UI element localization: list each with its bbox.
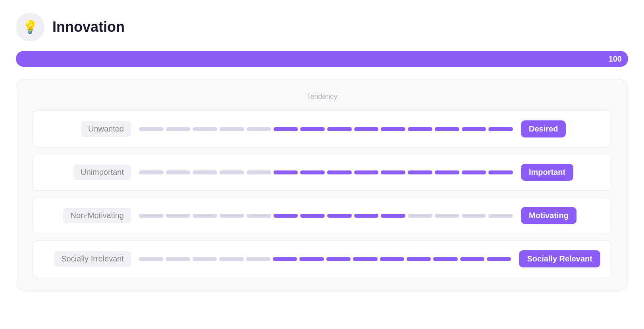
segment: [139, 257, 163, 261]
progress-bar-fill: 100: [16, 51, 628, 67]
tendency-card: Tendency UnwantedDesiredUnimportantImpor…: [16, 79, 628, 290]
segment: [407, 257, 431, 261]
segment: [219, 257, 243, 261]
segments: [131, 170, 521, 174]
segment: [166, 170, 191, 174]
right-label: Socially Relevant: [519, 250, 600, 267]
segment: [300, 214, 325, 218]
segment: [247, 170, 271, 174]
right-label: Important: [521, 164, 573, 181]
segment: [488, 170, 513, 174]
segment: [435, 214, 459, 218]
segment: [247, 214, 271, 218]
segment: [326, 257, 351, 261]
segments: [131, 214, 521, 218]
segment: [274, 170, 298, 174]
segment: [433, 257, 457, 261]
segment: [381, 127, 405, 131]
segment: [435, 170, 459, 174]
segment: [139, 214, 164, 218]
segment: [487, 257, 511, 261]
segment: [408, 214, 432, 218]
progress-bar-value: 100: [609, 54, 622, 64]
segment: [274, 127, 298, 131]
segments: [131, 127, 521, 131]
segment: [193, 257, 217, 261]
tendency-label: Tendency: [32, 93, 612, 101]
segment: [354, 214, 379, 218]
segment: [166, 214, 191, 218]
page-title: Innovation: [52, 19, 125, 35]
segment: [380, 257, 404, 261]
segment: [353, 257, 377, 261]
tendency-row: UnimportantImportant: [32, 154, 612, 191]
logo-icon: 💡: [16, 13, 44, 41]
segment: [488, 214, 513, 218]
segment: [327, 170, 352, 174]
segment: [300, 170, 325, 174]
segment: [139, 127, 164, 131]
segment: [381, 170, 405, 174]
left-label: Unwanted: [81, 121, 131, 137]
segment: [193, 214, 217, 218]
segment: [354, 170, 379, 174]
segment: [462, 214, 486, 218]
segment: [193, 170, 217, 174]
segment: [460, 257, 484, 261]
segment: [299, 257, 324, 261]
left-label: Non-Motivating: [63, 208, 131, 223]
segment: [300, 127, 325, 131]
segment: [488, 127, 513, 131]
segment: [220, 170, 244, 174]
progress-bar-container: 100: [16, 51, 628, 67]
segment: [220, 214, 244, 218]
segment: [274, 214, 298, 218]
segment: [193, 127, 217, 131]
segment: [462, 127, 486, 131]
segment: [139, 170, 164, 174]
segment: [408, 127, 432, 131]
segment: [381, 214, 405, 218]
segment: [354, 127, 379, 131]
segment: [246, 257, 270, 261]
segment: [166, 127, 191, 131]
right-label: Motivating: [521, 207, 577, 224]
left-label: Socially Irrelevant: [54, 251, 131, 267]
segment: [220, 127, 244, 131]
segment: [408, 170, 432, 174]
tendency-row: UnwantedDesired: [32, 110, 612, 147]
header: 💡 Innovation: [16, 13, 628, 41]
segment: [327, 127, 352, 131]
segment: [247, 127, 271, 131]
segment: [166, 257, 190, 261]
tendency-row: Non-MotivatingMotivating: [32, 197, 612, 234]
segments: [131, 257, 519, 261]
left-label: Unimportant: [73, 164, 131, 180]
segment: [435, 127, 459, 131]
segment: [462, 170, 486, 174]
segment: [327, 214, 352, 218]
right-label: Desired: [521, 120, 566, 137]
segment: [273, 257, 297, 261]
tendency-row: Socially IrrelevantSocially Relevant: [32, 240, 612, 277]
